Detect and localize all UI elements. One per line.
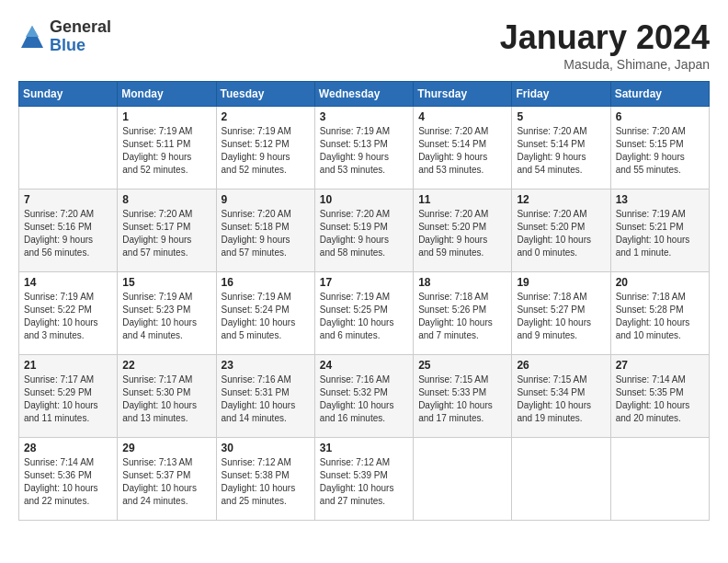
day-number: 19 <box>517 276 605 289</box>
calendar-cell: 21Sunrise: 7:17 AM Sunset: 5:29 PM Dayli… <box>19 355 118 438</box>
calendar-cell: 2Sunrise: 7:19 AM Sunset: 5:12 PM Daylig… <box>216 107 314 190</box>
day-info: Sunrise: 7:19 AM Sunset: 5:25 PM Dayligh… <box>320 291 408 342</box>
calendar-cell: 28Sunrise: 7:14 AM Sunset: 5:36 PM Dayli… <box>19 438 118 521</box>
calendar-cell: 24Sunrise: 7:16 AM Sunset: 5:32 PM Dayli… <box>314 355 413 438</box>
calendar-cell: 26Sunrise: 7:15 AM Sunset: 5:34 PM Dayli… <box>512 355 610 438</box>
day-number: 31 <box>320 442 408 454</box>
calendar-cell: 13Sunrise: 7:19 AM Sunset: 5:21 PM Dayli… <box>610 190 709 272</box>
day-number: 15 <box>122 276 210 289</box>
day-number: 3 <box>320 110 408 123</box>
calendar-cell: 8Sunrise: 7:20 AM Sunset: 5:17 PM Daylig… <box>118 190 216 272</box>
day-info: Sunrise: 7:16 AM Sunset: 5:31 PM Dayligh… <box>222 373 310 425</box>
day-number: 20 <box>616 276 704 289</box>
calendar-header: Sunday Monday Tuesday Wednesday Thursday… <box>19 82 710 107</box>
month-title: January 2024 <box>500 18 710 57</box>
calendar-cell: 19Sunrise: 7:18 AM Sunset: 5:27 PM Dayli… <box>512 272 610 355</box>
day-info: Sunrise: 7:14 AM Sunset: 5:36 PM Dayligh… <box>24 456 112 508</box>
day-number: 29 <box>122 442 210 454</box>
calendar-cell: 31Sunrise: 7:12 AM Sunset: 5:39 PM Dayli… <box>314 438 413 521</box>
calendar-table: Sunday Monday Tuesday Wednesday Thursday… <box>18 81 710 521</box>
calendar-cell: 25Sunrise: 7:15 AM Sunset: 5:33 PM Dayli… <box>414 355 512 438</box>
day-info: Sunrise: 7:20 AM Sunset: 5:20 PM Dayligh… <box>517 208 605 259</box>
day-info: Sunrise: 7:20 AM Sunset: 5:14 PM Dayligh… <box>418 125 506 177</box>
header-tuesday: Tuesday <box>216 82 314 107</box>
day-info: Sunrise: 7:19 AM Sunset: 5:22 PM Dayligh… <box>24 291 112 342</box>
day-number: 22 <box>122 359 210 372</box>
calendar-cell <box>610 438 709 521</box>
day-info: Sunrise: 7:20 AM Sunset: 5:15 PM Dayligh… <box>616 125 704 177</box>
calendar-body: 1Sunrise: 7:19 AM Sunset: 5:11 PM Daylig… <box>19 107 710 521</box>
calendar-cell <box>512 438 610 521</box>
day-info: Sunrise: 7:19 AM Sunset: 5:21 PM Dayligh… <box>616 208 704 259</box>
day-info: Sunrise: 7:13 AM Sunset: 5:37 PM Dayligh… <box>122 456 210 508</box>
week-row-1: 7Sunrise: 7:20 AM Sunset: 5:16 PM Daylig… <box>19 190 710 272</box>
day-number: 14 <box>24 276 112 289</box>
week-row-4: 28Sunrise: 7:14 AM Sunset: 5:36 PM Dayli… <box>19 438 710 521</box>
week-row-3: 21Sunrise: 7:17 AM Sunset: 5:29 PM Dayli… <box>19 355 710 438</box>
day-info: Sunrise: 7:20 AM Sunset: 5:16 PM Dayligh… <box>24 208 112 259</box>
day-info: Sunrise: 7:18 AM Sunset: 5:26 PM Dayligh… <box>418 291 506 342</box>
day-info: Sunrise: 7:20 AM Sunset: 5:18 PM Dayligh… <box>222 208 310 259</box>
calendar-cell: 18Sunrise: 7:18 AM Sunset: 5:26 PM Dayli… <box>414 272 512 355</box>
day-number: 21 <box>24 359 112 372</box>
day-info: Sunrise: 7:20 AM Sunset: 5:17 PM Dayligh… <box>122 208 210 259</box>
logo: General Blue <box>18 18 111 55</box>
calendar-cell: 3Sunrise: 7:19 AM Sunset: 5:13 PM Daylig… <box>314 107 413 190</box>
calendar-cell: 5Sunrise: 7:20 AM Sunset: 5:14 PM Daylig… <box>512 107 610 190</box>
day-number: 8 <box>122 193 210 206</box>
day-info: Sunrise: 7:16 AM Sunset: 5:32 PM Dayligh… <box>320 373 408 425</box>
day-info: Sunrise: 7:20 AM Sunset: 5:19 PM Dayligh… <box>320 208 408 259</box>
header-wednesday: Wednesday <box>314 82 413 107</box>
day-info: Sunrise: 7:19 AM Sunset: 5:12 PM Dayligh… <box>222 125 310 177</box>
calendar-cell: 17Sunrise: 7:19 AM Sunset: 5:25 PM Dayli… <box>314 272 413 355</box>
day-info: Sunrise: 7:17 AM Sunset: 5:29 PM Dayligh… <box>24 373 112 425</box>
day-number: 24 <box>320 359 408 372</box>
calendar-cell: 29Sunrise: 7:13 AM Sunset: 5:37 PM Dayli… <box>118 438 216 521</box>
logo-text: General Blue <box>50 18 111 55</box>
day-info: Sunrise: 7:20 AM Sunset: 5:20 PM Dayligh… <box>418 208 506 259</box>
calendar-cell <box>19 107 118 190</box>
day-number: 9 <box>222 193 310 206</box>
header-row: Sunday Monday Tuesday Wednesday Thursday… <box>19 82 710 107</box>
day-number: 28 <box>24 442 112 454</box>
day-number: 11 <box>418 193 506 206</box>
header-friday: Friday <box>512 82 610 107</box>
calendar-cell: 20Sunrise: 7:18 AM Sunset: 5:28 PM Dayli… <box>610 272 709 355</box>
day-number: 1 <box>122 110 210 123</box>
day-info: Sunrise: 7:19 AM Sunset: 5:24 PM Dayligh… <box>222 291 310 342</box>
header-monday: Monday <box>118 82 216 107</box>
day-info: Sunrise: 7:19 AM Sunset: 5:13 PM Dayligh… <box>320 125 408 177</box>
day-info: Sunrise: 7:14 AM Sunset: 5:35 PM Dayligh… <box>616 373 704 425</box>
day-number: 26 <box>517 359 605 372</box>
day-number: 5 <box>517 110 605 123</box>
calendar-cell: 12Sunrise: 7:20 AM Sunset: 5:20 PM Dayli… <box>512 190 610 272</box>
day-number: 7 <box>24 193 112 206</box>
calendar-cell: 7Sunrise: 7:20 AM Sunset: 5:16 PM Daylig… <box>19 190 118 272</box>
calendar-cell: 15Sunrise: 7:19 AM Sunset: 5:23 PM Dayli… <box>118 272 216 355</box>
calendar-cell: 16Sunrise: 7:19 AM Sunset: 5:24 PM Dayli… <box>216 272 314 355</box>
title-area: January 2024 Masuda, Shimane, Japan <box>500 18 710 72</box>
calendar-cell: 1Sunrise: 7:19 AM Sunset: 5:11 PM Daylig… <box>118 107 216 190</box>
day-info: Sunrise: 7:19 AM Sunset: 5:23 PM Dayligh… <box>122 291 210 342</box>
svg-marker-1 <box>26 26 39 37</box>
calendar-cell: 22Sunrise: 7:17 AM Sunset: 5:30 PM Dayli… <box>118 355 216 438</box>
day-info: Sunrise: 7:19 AM Sunset: 5:11 PM Dayligh… <box>122 125 210 177</box>
header-thursday: Thursday <box>414 82 512 107</box>
day-number: 30 <box>222 442 310 454</box>
day-info: Sunrise: 7:15 AM Sunset: 5:33 PM Dayligh… <box>418 373 506 425</box>
week-row-0: 1Sunrise: 7:19 AM Sunset: 5:11 PM Daylig… <box>19 107 710 190</box>
calendar-cell: 10Sunrise: 7:20 AM Sunset: 5:19 PM Dayli… <box>314 190 413 272</box>
calendar-cell: 27Sunrise: 7:14 AM Sunset: 5:35 PM Dayli… <box>610 355 709 438</box>
day-number: 4 <box>418 110 506 123</box>
day-info: Sunrise: 7:12 AM Sunset: 5:38 PM Dayligh… <box>222 456 310 508</box>
calendar-cell: 4Sunrise: 7:20 AM Sunset: 5:14 PM Daylig… <box>414 107 512 190</box>
header-sunday: Sunday <box>19 82 118 107</box>
calendar-cell <box>414 438 512 521</box>
header: General Blue January 2024 Masuda, Shiman… <box>18 18 710 72</box>
day-info: Sunrise: 7:15 AM Sunset: 5:34 PM Dayligh… <box>517 373 605 425</box>
day-info: Sunrise: 7:20 AM Sunset: 5:14 PM Dayligh… <box>517 125 605 177</box>
day-number: 16 <box>222 276 310 289</box>
day-number: 25 <box>418 359 506 372</box>
logo-icon <box>18 23 46 51</box>
day-info: Sunrise: 7:18 AM Sunset: 5:28 PM Dayligh… <box>616 291 704 342</box>
